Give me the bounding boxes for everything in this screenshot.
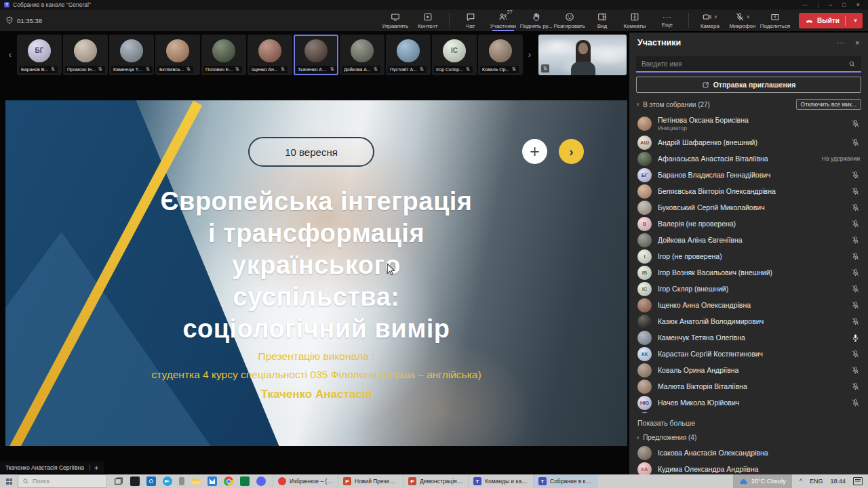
participant-row[interactable]: НЮНачев Микола Юрійович [629, 394, 868, 411]
video-tile[interactable]: Попович Е... [201, 35, 246, 75]
pin-plus-button[interactable]: + [94, 464, 98, 472]
suggestion-row[interactable]: Ісакова Анастасія Олександрівна [629, 445, 868, 461]
video-tile[interactable]: Промозо Ін... [63, 35, 108, 75]
video-tile[interactable]: БГБаранов В... [17, 35, 62, 75]
video-tile[interactable]: Пустовіт А... [386, 35, 431, 75]
taskbar-window-powerpoint-2[interactable]: PДемонстрація Pow... [403, 474, 468, 488]
start-button[interactable] [0, 474, 18, 488]
participant-row[interactable]: Іщенко Анна Олександрівна [629, 297, 868, 313]
participant-row[interactable]: Малюта Вікторія Віталіївна [629, 378, 868, 394]
telegram-icon[interactable] [163, 476, 172, 486]
participant-row[interactable]: Буковський Сергій Миколайович [629, 199, 868, 216]
participant-row[interactable]: Казюк Анатолій Володимирович [629, 313, 868, 329]
mic-off-icon[interactable] [851, 203, 860, 212]
video-tile[interactable]: Дойкова А... [340, 35, 384, 75]
participant-row[interactable]: КККарастан Сергій Костянтинович [629, 346, 868, 362]
panel-more-button[interactable]: ··· [837, 39, 846, 47]
filmstrip-next-button[interactable]: › [526, 49, 533, 60]
filmstrip-prev-button[interactable]: ‹ [7, 49, 14, 60]
mic-off-icon[interactable] [851, 317, 860, 326]
video-tile[interactable]: ІСІгор Скляр... [432, 35, 477, 75]
participant-row[interactable]: ІСІгор Скляр (внешний) [629, 281, 868, 297]
video-tile[interactable]: Каменчук Тетя... [109, 35, 154, 75]
toolbar-item-view[interactable]: Вид [587, 9, 618, 31]
taskbar-window-teams-main[interactable]: TКоманды и каналы |... [468, 474, 533, 488]
clock[interactable]: 18:44 [830, 478, 846, 485]
chrome-icon[interactable] [224, 476, 233, 486]
mic-off-icon[interactable] [851, 268, 860, 277]
mic-off-icon[interactable] [851, 187, 860, 196]
toolbar-item-content[interactable]: Контент [412, 9, 443, 31]
toolbar-item-raise-hand[interactable]: Поднять ру... [520, 9, 553, 31]
task-view-icon[interactable] [114, 476, 123, 486]
toolbar-item-chat[interactable]: Чат [455, 9, 486, 31]
taskbar-window-teams-meeting[interactable]: TСобрание в канале ... [533, 474, 598, 488]
mic-off-icon[interactable] [851, 382, 860, 391]
mute-all-button[interactable]: Отключить все мик... [796, 99, 861, 110]
mic-off-icon[interactable] [851, 252, 860, 261]
chevron-down-icon[interactable]: ∨ [636, 435, 639, 441]
mic-off-icon[interactable] [851, 236, 860, 245]
close-button[interactable]: × [856, 1, 860, 8]
mic-off-icon[interactable] [851, 350, 860, 359]
leave-options-chevron[interactable]: ∨ [850, 18, 861, 23]
participant-row[interactable]: ВВалерія (не проверена) [629, 216, 868, 232]
participant-row[interactable]: АШАндрій Шафаренко (внешний) [629, 134, 868, 150]
video-tile[interactable]: Бєляєвсь... [155, 35, 200, 75]
toolbar-item-more[interactable]: ···Еще [652, 9, 683, 31]
mic-off-icon[interactable] [851, 138, 860, 147]
leave-button[interactable]: Выйти ∨ [799, 13, 863, 28]
toolbar-item-participants[interactable]: 27Участники [488, 9, 519, 31]
mic-off-icon[interactable] [851, 220, 860, 228]
participant-row[interactable]: Каменчук Тетяна Олегівна [629, 329, 868, 346]
outlook-icon[interactable] [146, 476, 156, 486]
app-icon-dark[interactable] [130, 476, 140, 486]
video-tile-selected[interactable]: Ткаченко Анас... [294, 35, 338, 75]
notification-center-icon[interactable] [853, 477, 863, 485]
participant-row[interactable]: Петінова Оксана БорисівнаИнициатор [629, 113, 868, 134]
toolbar-item-share[interactable]: Поделиться [760, 9, 791, 31]
participant-row[interactable]: Дойкова Аліна Євгеніївна [629, 232, 868, 248]
mic-off-icon[interactable] [851, 366, 860, 375]
mic-off-icon[interactable] [851, 171, 860, 180]
maximize-button[interactable]: □ [842, 1, 846, 8]
taskbar-search-input[interactable]: Поиск [18, 474, 107, 488]
taskbar-window-powerpoint-1[interactable]: PНовий Презентація ... [338, 474, 403, 488]
panel-close-button[interactable]: × [855, 39, 860, 47]
mic-off-icon[interactable] [851, 399, 860, 407]
toolbar-item-manage[interactable]: Управлять [380, 9, 411, 31]
titlebar-more-button[interactable]: ··· [802, 1, 808, 8]
send-invite-button[interactable]: Отправка приглашения [636, 77, 861, 93]
suggestion-row[interactable]: КАКудима Олександра Андріївна [629, 461, 868, 474]
video-tile[interactable]: Коваль Ор... [478, 35, 523, 75]
participant-row[interactable]: Афанасьєва Анастасія ВіталіївнаНа удержа… [629, 150, 868, 167]
participant-row[interactable]: Коваль Орина Андріївна [629, 362, 868, 378]
participant-row[interactable]: БГБаранов Владислав Геннадійович [629, 167, 868, 183]
participant-row[interactable]: ІІгор (не проверена) [629, 248, 868, 264]
language-indicator[interactable]: ENG [810, 478, 823, 485]
minimize-button[interactable]: – [829, 1, 832, 8]
plus-button[interactable]: + [522, 139, 547, 164]
mic-off-icon[interactable] [851, 285, 860, 293]
active-speaker-tile[interactable] [538, 35, 627, 75]
weather-widget[interactable]: 20°C Cloudy [733, 474, 792, 488]
toolbar-item-rooms[interactable]: Комнаты [619, 9, 650, 31]
participant-row[interactable]: ІВІгор Возняк Васильович (внешний) [629, 264, 868, 281]
show-more-link[interactable]: Показать больше [629, 413, 868, 428]
mic-options-chevron[interactable]: ∨ [747, 14, 750, 20]
file-explorer-icon[interactable] [191, 476, 201, 486]
participant-row[interactable]: Беляєвська Вікторія Олександрівна [629, 183, 868, 199]
chevron-down-icon[interactable]: ∨ [636, 102, 639, 107]
next-button[interactable]: › [559, 139, 584, 164]
mic-off-icon[interactable] [851, 301, 860, 310]
app-icon-gray[interactable] [179, 477, 184, 485]
discord-icon[interactable] [256, 476, 266, 486]
mic-on-icon[interactable] [851, 333, 860, 342]
toolbar-item-react[interactable]: Реагировать [553, 9, 585, 31]
toolbar-item-microphone[interactable]: ∨Микрофон [727, 9, 758, 31]
excel-icon[interactable] [240, 476, 250, 486]
camera-options-chevron[interactable]: ∨ [714, 14, 717, 20]
tray-overflow-button[interactable]: ^ [800, 478, 802, 485]
mail-icon[interactable] [208, 476, 217, 486]
toolbar-item-camera[interactable]: ∨Камера [694, 9, 726, 31]
